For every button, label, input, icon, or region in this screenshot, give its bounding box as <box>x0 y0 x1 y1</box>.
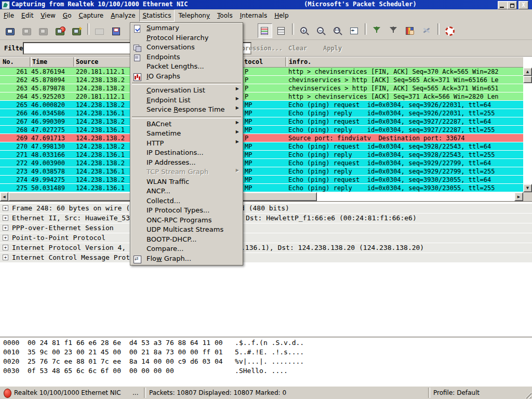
packet-row[interactable]: 27349.038578124.238.136.1MPEcho (ping) r… <box>0 167 523 176</box>
hex-line[interactable]: 0010 35 9c 00 23 00 21 45 00 00 21 8a 73… <box>3 348 532 356</box>
coloring-rules-button[interactable] <box>403 23 418 38</box>
packet-row[interactable]: 26847.027275124.238.136.1MPEcho (ping) r… <box>0 126 523 134</box>
packet-row[interactable]: 26245.878094124.238.138.2Pchevinservices… <box>0 76 523 84</box>
detail-line[interactable]: +Internet Protocol Version 4, .136.1), D… <box>0 243 532 252</box>
hex-line[interactable]: 0000 00 24 81 f1 66 e6 28 6e d4 53 a3 76… <box>3 338 532 347</box>
expander-icon[interactable]: + <box>3 235 8 241</box>
restart-capture-button[interactable] <box>70 23 84 38</box>
resize-columns-button[interactable] <box>347 23 362 38</box>
minimize-button[interactable] <box>498 1 508 9</box>
packet-row[interactable]: 26746.990309124.238.138.2MPEcho (ping) r… <box>0 117 523 126</box>
save-file-button[interactable] <box>109 23 124 38</box>
packet-row[interactable]: 26145.876194220.181.112.1Phttp > chevins… <box>0 68 523 76</box>
expander-icon[interactable]: + <box>3 255 8 260</box>
autoscroll-button[interactable] <box>274 23 289 38</box>
vscroll-track[interactable] <box>523 76 532 184</box>
menu-item-compare[interactable]: Compare... <box>131 245 242 255</box>
packet-row[interactable]: 27047.998130124.238.138.2MPEcho (ping) r… <box>0 142 523 151</box>
zoom-100-button[interactable]: 1:1 <box>330 23 345 38</box>
menu-item-collectd[interactable]: Collectd... <box>131 197 242 207</box>
packet-row[interactable]: 26546.000820124.238.138.2MPEcho (ping) r… <box>0 101 523 109</box>
menu-file[interactable]: File <box>0 9 18 22</box>
detail-line[interactable]: +Point-to-Point Protocol <box>0 233 532 243</box>
scroll-up-button[interactable]: ▲ <box>523 68 532 76</box>
detail-line[interactable]: +Frame 248: 60 bytes on wire (d (480 bit… <box>0 204 532 213</box>
zoom-in-button[interactable]: + <box>297 23 312 38</box>
menu-view[interactable]: View <box>37 9 59 22</box>
menu-analyze[interactable]: Analyze <box>107 9 139 22</box>
packet-row[interactable]: 26445.925203220.181.112.1Phttp > chevins… <box>0 92 523 101</box>
menu-item-ip-protocol-types[interactable]: IP Protocol Types... <box>131 206 242 216</box>
menu-statistics[interactable]: Statistics <box>139 9 175 22</box>
packet-list-hscrollbar[interactable]: ◀ ▶ <box>0 192 523 201</box>
packet-row[interactable]: 26947.691713124.238.138.2PSource port: f… <box>0 134 523 142</box>
scroll-right-button[interactable]: ▶ <box>514 192 523 201</box>
packet-list-header[interactable]: No.TimeSourcetocolinfro. <box>0 57 523 68</box>
menu-item-sametime[interactable]: Sametime▶ <box>131 129 242 139</box>
menu-item-onc-rpc-programs[interactable]: ONC-RPC Programs <box>131 216 242 226</box>
column-divider[interactable] <box>30 57 32 66</box>
menu-capture[interactable]: Capture <box>75 9 107 22</box>
expander-icon[interactable]: + <box>3 225 8 231</box>
packet-row[interactable]: 27550.031489124.238.136.1MPEcho (ping) r… <box>0 184 523 192</box>
menu-item-endpoints[interactable]: Endpoints <box>131 53 242 63</box>
stop-capture-button[interactable] <box>53 23 68 38</box>
packet-row[interactable]: 27249.003900124.238.138.2MPEcho (ping) r… <box>0 159 523 167</box>
menu-item-ip-addresses[interactable]: IP Addresses... <box>131 158 242 168</box>
menu-item-conversation-list[interactable]: Conversation List▶ <box>131 86 242 96</box>
menu-item-bootp-dhcp[interactable]: BOOTP-DHCP... <box>131 235 242 245</box>
menu-item-wlan-traffic[interactable]: WLAN Traffic <box>131 178 242 188</box>
column-header-source[interactable]: Source <box>76 58 98 65</box>
capture-filter-button[interactable] <box>370 23 384 38</box>
hex-line[interactable]: 0030 0f 53 48 65 6c 6c 6f 00 00 00 00 00… <box>3 366 532 375</box>
column-header-infro[interactable]: infro. <box>289 58 311 65</box>
menu-item-flow-graph[interactable]: Flow Graph... <box>131 255 242 264</box>
list-interfaces-button[interactable] <box>3 23 18 38</box>
menu-help[interactable]: Help <box>271 9 292 22</box>
menu-item-http[interactable]: HTTP▶ <box>131 139 242 149</box>
vscroll-thumb[interactable] <box>523 76 532 83</box>
menu-item-bacnet[interactable]: BACnet▶ <box>131 120 242 130</box>
menu-item-ip-destinations[interactable]: IP Destinations... <box>131 149 242 158</box>
close-button[interactable]: X <box>518 1 528 9</box>
resize-grip[interactable] <box>524 391 531 398</box>
packet-row[interactable]: 26646.034586124.238.136.1MPEcho (ping) r… <box>0 109 523 117</box>
menu-internals[interactable]: Internals <box>236 9 271 22</box>
expander-icon[interactable]: + <box>3 205 8 211</box>
menu-go[interactable]: Go <box>59 9 75 22</box>
menu-item-protocol-hierarchy[interactable]: Protocol Hierarchy <box>131 34 242 44</box>
restore-button[interactable] <box>507 1 517 9</box>
menu-item-tcp-stream-graph[interactable]: TCP Stream Graph▶ <box>131 168 242 178</box>
menu-item-conversations[interactable]: Conversations <box>131 43 242 53</box>
capture-options-button[interactable] <box>20 23 34 38</box>
colorize-button[interactable] <box>258 23 272 38</box>
hex-line[interactable]: 0020 25 76 7c ee 88 01 7c ee 8a 14 00 00… <box>3 357 532 366</box>
column-divider[interactable] <box>285 57 287 66</box>
detail-line[interactable]: +PPP-over-Ethernet Session <box>0 223 532 233</box>
apply-button[interactable]: Apply <box>323 45 342 52</box>
open-file-button[interactable] <box>92 23 107 38</box>
preferences-button[interactable] <box>420 23 434 38</box>
column-divider[interactable] <box>73 57 75 66</box>
detail-line[interactable]: +Internet Control Message Prot <box>0 253 532 262</box>
expander-icon[interactable]: + <box>3 245 8 250</box>
packet-list-vscrollbar[interactable]: ▲ ▼ <box>523 68 532 192</box>
clear-button[interactable]: Clear <box>288 45 307 52</box>
column-header-time[interactable]: Time <box>32 58 47 65</box>
zoom-out-button[interactable]: − <box>314 23 328 38</box>
column-header-no[interactable]: No. <box>3 58 14 65</box>
help-button[interactable] <box>443 23 457 38</box>
menu-item-udp-multicast-streams[interactable]: UDP Multicast Streams <box>131 225 242 235</box>
start-capture-button[interactable] <box>36 23 51 38</box>
menu-item-summary[interactable]: Summary <box>131 24 242 34</box>
menu-item-ancp[interactable]: ANCP... <box>131 187 242 197</box>
expander-icon[interactable]: + <box>3 215 8 221</box>
menu-telephony[interactable]: Telephony <box>175 9 214 22</box>
packet-row[interactable]: 26345.879878124.238.138.2Pchevinservices… <box>0 84 523 92</box>
menu-item-packet-lengths[interactable]: Packet Lengths... <box>131 62 242 72</box>
menu-item-io-graphs[interactable]: IO Graphs <box>131 72 242 82</box>
detail-line[interactable]: +Ethernet II, Src: HuaweiTe_53Dst: Hewle… <box>0 214 532 223</box>
menu-item-endpoint-list[interactable]: Endpoint List▶ <box>131 96 242 106</box>
scroll-down-button[interactable]: ▼ <box>523 184 532 192</box>
packet-row[interactable]: 27148.033166124.238.136.1MPEcho (ping) r… <box>0 151 523 159</box>
